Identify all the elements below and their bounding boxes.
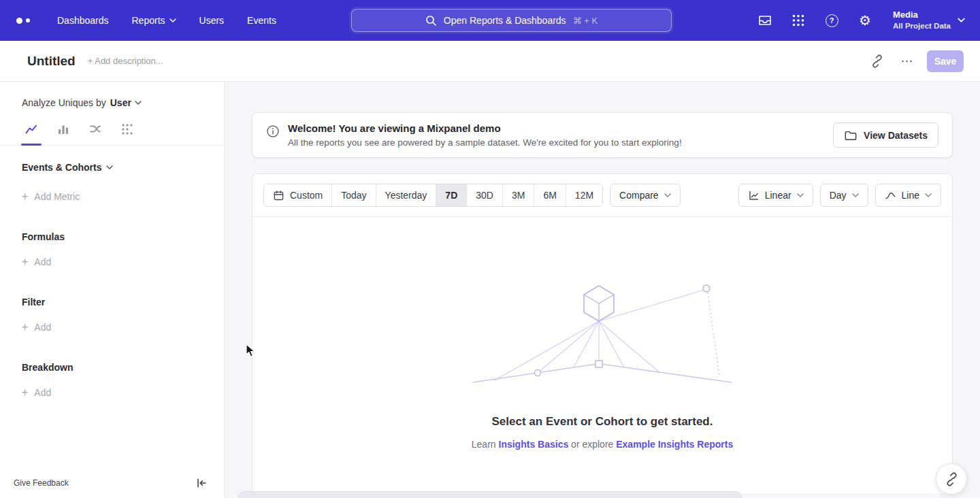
report-header: Untitled + Add description... ⋯ Save xyxy=(0,41,980,82)
analyze-by-value: User xyxy=(110,97,131,108)
report-canvas: Welcome! You are viewing a Mixpanel demo… xyxy=(225,82,980,498)
report-title[interactable]: Untitled xyxy=(27,54,76,69)
date-range-segmented-control: Custom Today Yesterday 7D 30D 3M 6M 12M xyxy=(263,184,603,207)
save-button[interactable]: Save xyxy=(927,50,964,72)
nav-reports[interactable]: Reports xyxy=(132,15,176,26)
view-datasets-label: View Datasets xyxy=(864,130,928,141)
insights-report-card: Custom Today Yesterday 7D 30D 3M 6M 12M … xyxy=(252,173,953,493)
range-7d[interactable]: 7D xyxy=(436,184,466,206)
nav-dashboards-label: Dashboards xyxy=(57,15,109,26)
empty-state-illustration xyxy=(473,282,732,384)
analyze-label: Analyze Uniques by xyxy=(22,97,106,108)
add-filter-label: Add xyxy=(34,322,51,333)
analyze-uniques-row: Analyze Uniques by User xyxy=(0,82,224,108)
breakdown-section: Breakdown xyxy=(0,362,224,373)
project-selector[interactable]: Media All Project Data xyxy=(893,10,965,31)
example-reports-link[interactable]: Example Insights Reports xyxy=(616,439,733,450)
analyze-by-dropdown[interactable]: User xyxy=(110,97,142,108)
bottom-panel-edge xyxy=(238,491,742,498)
range-30d[interactable]: 30D xyxy=(466,184,502,206)
line-chart-icon xyxy=(24,122,38,136)
range-3m[interactable]: 3M xyxy=(502,184,534,206)
query-builder-sidebar: Analyze Uniques by User xyxy=(0,82,225,498)
insights-basics-link[interactable]: Insights Basics xyxy=(499,439,569,450)
tab-retention[interactable] xyxy=(120,122,134,145)
report-toolbar: Custom Today Yesterday 7D 30D 3M 6M 12M … xyxy=(252,174,952,217)
add-filter-button[interactable]: + Add xyxy=(0,322,224,333)
range-30d-label: 30D xyxy=(476,190,493,201)
tab-barchart[interactable] xyxy=(56,122,70,145)
interval-dropdown[interactable]: Day xyxy=(820,184,868,207)
logo-dot-icon xyxy=(16,18,22,24)
view-datasets-button[interactable]: View Datasets xyxy=(833,122,938,148)
nav-users-label: Users xyxy=(199,15,225,26)
more-options-button[interactable]: ⋯ xyxy=(897,51,917,71)
add-metric-label: Add Metric xyxy=(34,191,80,202)
range-6m[interactable]: 6M xyxy=(534,184,565,206)
add-formula-button[interactable]: + Add xyxy=(0,256,224,267)
tab-flows[interactable] xyxy=(88,122,102,145)
inbox-button[interactable] xyxy=(757,12,773,29)
nav-users[interactable]: Users xyxy=(199,15,225,26)
welcome-banner: Welcome! You are viewing a Mixpanel demo… xyxy=(252,112,953,158)
metric-type-tabs xyxy=(0,108,224,146)
events-cohorts-label: Events & Cohorts xyxy=(22,162,101,173)
nav-dashboards[interactable]: Dashboards xyxy=(57,15,109,26)
plus-icon: + xyxy=(22,387,28,398)
folder-icon xyxy=(844,129,858,142)
welcome-text: Welcome! You are viewing a Mixpanel demo… xyxy=(288,122,682,148)
chevron-down-icon xyxy=(664,193,671,197)
chevron-down-icon xyxy=(169,18,176,22)
add-breakdown-button[interactable]: + Add xyxy=(0,387,224,398)
scale-dropdown[interactable]: Linear xyxy=(738,184,813,207)
learn-prefix: Learn xyxy=(472,439,496,450)
inbox-icon xyxy=(757,14,772,27)
share-link-button[interactable] xyxy=(936,463,967,495)
collapse-sidebar-button[interactable] xyxy=(195,477,208,489)
project-name: Media xyxy=(893,10,951,21)
range-yesterday[interactable]: Yesterday xyxy=(376,184,436,206)
flows-icon xyxy=(88,122,102,136)
compare-button[interactable]: Compare xyxy=(610,184,681,207)
give-feedback-link[interactable]: Give Feedback xyxy=(14,478,69,488)
filter-label: Filter xyxy=(22,297,45,308)
axis-icon xyxy=(748,190,760,201)
collapse-left-icon xyxy=(195,477,208,489)
interval-label: Day xyxy=(830,190,847,201)
project-scope: All Project Data xyxy=(893,21,951,31)
chart-controls: Linear Day Line xyxy=(738,184,941,207)
add-metric-button[interactable]: + Add Metric xyxy=(0,191,224,202)
line-type-icon xyxy=(885,190,896,201)
retention-grid-icon xyxy=(120,122,134,136)
add-formula-label: Add xyxy=(34,256,51,267)
range-today[interactable]: Today xyxy=(331,184,375,206)
range-custom[interactable]: Custom xyxy=(264,184,331,206)
chevron-down-icon xyxy=(106,165,113,169)
empty-state: Select an Event or Cohort to get started… xyxy=(252,282,952,450)
link-icon xyxy=(870,54,884,68)
mixpanel-logo[interactable] xyxy=(16,18,30,24)
apps-grid-button[interactable] xyxy=(790,12,806,29)
chevron-down-icon xyxy=(797,193,804,197)
top-nav-actions: ? ⚙ Media All Project Data xyxy=(757,0,965,41)
chevron-down-icon xyxy=(135,101,142,105)
primary-nav: Dashboards Reports Users Events xyxy=(57,15,276,26)
chevron-down-icon xyxy=(958,18,965,22)
compare-label: Compare xyxy=(619,190,659,201)
apps-grid-icon xyxy=(791,14,805,27)
help-button[interactable]: ? xyxy=(823,12,840,29)
nav-events[interactable]: Events xyxy=(247,15,276,26)
add-description[interactable]: + Add description... xyxy=(88,56,163,66)
events-cohorts-section[interactable]: Events & Cohorts xyxy=(0,162,224,173)
global-search[interactable]: Open Reports & Dashboards ⌘ + K xyxy=(351,9,672,32)
range-12m-label: 12M xyxy=(575,190,593,201)
range-12m[interactable]: 12M xyxy=(566,184,602,206)
settings-button[interactable]: ⚙ xyxy=(857,12,873,29)
search-icon xyxy=(425,15,437,27)
tab-linechart[interactable] xyxy=(24,122,38,145)
chart-type-dropdown[interactable]: Line xyxy=(875,184,941,207)
copy-link-button[interactable] xyxy=(867,51,887,71)
report-header-actions: ⋯ Save xyxy=(867,50,964,72)
welcome-title: Welcome! You are viewing a Mixpanel demo xyxy=(288,122,682,134)
chevron-down-icon xyxy=(925,193,932,197)
